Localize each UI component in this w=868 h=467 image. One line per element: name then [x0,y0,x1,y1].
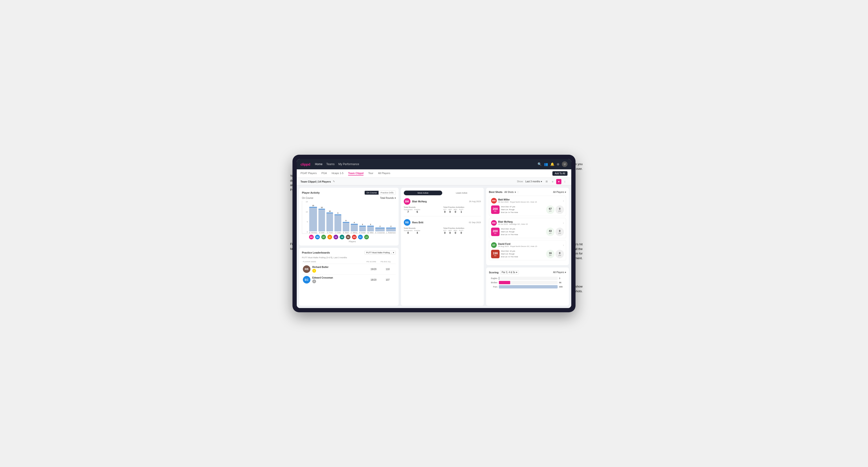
nav-link-teams[interactable]: Teams [326,162,335,166]
practice-filter-dropdown[interactable]: PUTT Must Make Putting ... ▾ [365,251,396,254]
players-filter-dropdown[interactable]: All Players ▾ [553,191,566,193]
tournament-stat-1: Tournament 8 [404,230,412,234]
y-axis: 15 10 5 0 [302,201,308,234]
scoring-card: Scoring Par 3, 4 & 5s ▾ All Players ▾ [486,268,569,306]
chart-filter-dropdown[interactable]: Total Rounds ▾ [380,197,396,199]
chevron-down-icon: ▾ [516,271,517,274]
search-icon[interactable]: 🔍 [537,162,541,166]
practice-player-row-0[interactable]: RB Richard Butler 1 19/20 110 [302,264,396,274]
total-practice-label-0: Total Practice Activities [443,206,481,208]
shot-player-details-2: David Ford 24 Aug 2023 · Royal North Dev… [498,243,537,247]
bar-label-5: 4 [354,222,355,223]
shot-stat-1-0: 67 yds [546,206,555,214]
add-to-all-button[interactable]: Add To All [552,171,567,176]
practice-drills-toggle-btn[interactable]: Practice Drills [379,191,395,195]
team-header-right: Show: Last 3 months ▾ ⊞ ≡ ♥ ⫶ [517,179,567,184]
shot-entry-2[interactable]: DF David Ford 24 Aug 2023 · Royal North … [489,240,566,260]
shot-stat-unit-2-0: yds [559,210,561,212]
player-info-0: RB Richard Butler 1 [303,266,367,273]
bar-2 [327,213,333,231]
active-player-1: RB Rees Britt 02 Sep 2023 Total Rounds [404,219,481,234]
player-avatar-small-6: RB [346,235,350,239]
bar-axis-4: E. Ebert [343,232,349,234]
tab-tour[interactable]: Tour [368,172,373,176]
shot-chevron-1: › [563,221,564,225]
col-pb-avg: PB AVG SQ [381,261,395,263]
scoring-filter-dropdown[interactable]: Par 3, 4 & 5s ▾ [500,270,519,274]
active-stats-0: Total Rounds Tournament 7 Practice [404,206,481,213]
tab-all-players[interactable]: All Players [378,172,390,176]
tab-pgat-players[interactable]: PGAT Players [301,172,317,176]
shot-entry-1[interactable]: BM Blair McHarg 23 Jul 2023 · Ashridge G… [489,218,566,238]
on-course-toggle-btn[interactable]: On Course [365,191,379,195]
bar-8 [375,228,385,231]
shot-player-row-0: MM Matt Miller 09 Jun 2023 · Royal North… [491,198,564,204]
bar-group-9: 2 L. Robertson [386,225,396,234]
bell-icon[interactable]: 🔔 [550,162,554,166]
shot-entry-0[interactable]: MM Matt Miller 09 Jun 2023 · Royal North… [489,196,566,216]
player-avatar-small-7: MM [352,235,356,239]
rounds-row-0: Tournament 7 Practice 6 [404,209,441,213]
app-stat-0: APP 0 [448,209,452,213]
chevron-down-icon: ▾ [395,197,396,199]
best-shots-title: Best Shots [489,191,502,193]
edit-icon[interactable]: ✎ [333,180,335,183]
tab-pga[interactable]: PGA [321,172,327,176]
heart-view-btn[interactable]: ♥ [556,179,561,184]
nav-link-performance[interactable]: My Performance [338,162,359,166]
pb-avg-1: 107 [381,279,395,281]
bar-axis-6: R. Butler [359,232,366,234]
shot-badge-0: 200 SG [491,206,500,214]
bar-group-8: 2 E. Crossman [375,225,385,234]
shots-filter-dropdown[interactable]: All Shots ▾ [504,191,516,193]
tournament-val-1: 8 [407,231,409,234]
shot-badge-num-2: 198 [493,252,498,255]
navbar-links: Home Teams My Performance [315,162,533,166]
plus-circle-icon[interactable]: ⊕ [557,162,559,166]
y-label-5: 5 [302,221,308,223]
gtt-stat-0: GTT 0 [443,209,446,213]
filter-view-btn[interactable]: ⫶ [562,179,567,184]
show-select[interactable]: Last 3 months ▾ [525,180,542,183]
y-label-0: 0 [302,231,308,233]
shot-stat-unit-1-0: yds [549,210,552,212]
avatar[interactable]: U [562,161,567,167]
bar-4 [343,222,349,231]
scoring-players-value: All Players [553,271,564,274]
tournament-label-0: Tournament [404,209,412,210]
shot-player-meta-1: 23 Jul 2023 · Ashridge GC, Hole 15 [498,223,528,225]
rank-badge-1: 2 [312,280,316,283]
total-rounds-label-0: Total Rounds [404,206,441,208]
most-active-btn[interactable]: Most Active [404,191,442,195]
shot-info-2: Shot Dist: 16 yds Start Lie: Rough End L… [501,250,545,258]
shot-info-1: Shot Dist: 43 yds Start Lie: Rough End L… [501,228,545,236]
tournament-label-1: Tournament [404,230,412,231]
tab-hcaps[interactable]: Hcaps 1-5 [332,172,343,176]
navbar-icons: 🔍 👥 🔔 ⊕ U [537,161,567,167]
shot-details-2: 198 SG Shot Dist: 16 yds Start Lie: Roug… [491,249,564,258]
practice-player-row-1[interactable]: EC Edward Crossman 2 18/20 107 [302,274,396,285]
app-label-0: APP [448,209,452,210]
bar-label-0: 13 [312,205,314,206]
scoring-title: Scoring [489,271,499,274]
bar-group-0: 13 B. McHarg [309,205,317,234]
scoring-players-filter[interactable]: All Players ▾ [553,271,566,274]
grid-view-btn[interactable]: ⊞ [544,179,549,184]
active-avatar-0: BM [404,198,410,205]
pars-bar [499,285,558,288]
users-icon[interactable]: 👥 [544,162,548,166]
bar-label-1: 12 [321,207,323,208]
total-practice-label-1: Total Practice Activities [443,227,481,229]
shot-avatar-0: MM [491,198,497,204]
list-view-btn[interactable]: ≡ [550,179,555,184]
player-avatar-small-5: OB [340,235,344,239]
nav-link-home[interactable]: Home [315,162,322,166]
pars-label: Pars [489,286,497,288]
tab-team-clippd[interactable]: Team Clippd [348,172,364,176]
col-pb-score: PB SCORE [367,261,381,263]
player-name-0: Richard Butler [312,266,329,269]
scoring-row-birdies: Birdies 96 [489,281,566,284]
player-avatar-0: RB [303,266,310,273]
least-active-btn[interactable]: Least Active [442,191,481,195]
shot-stat-val-1-2: 16 [549,252,552,254]
